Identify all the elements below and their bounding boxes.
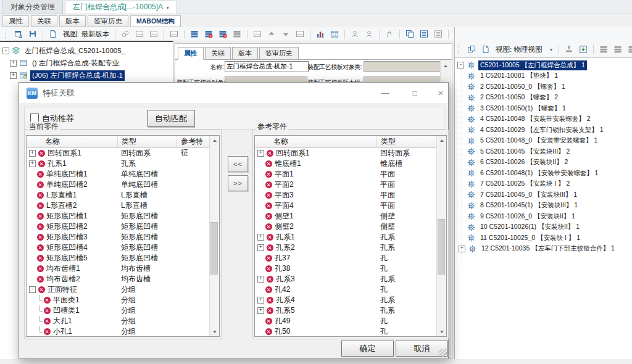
layers-icon[interactable] xyxy=(599,45,608,54)
feature-row[interactable]: 侧壁2侧壁 xyxy=(255,221,437,232)
feature-row[interactable]: L形直槽1L形直槽 xyxy=(27,190,210,201)
feature-row[interactable]: -正面特征分组 xyxy=(27,284,210,295)
move-left-button[interactable]: << xyxy=(228,156,248,172)
chevron-down-icon[interactable]: ▼ xyxy=(549,48,553,52)
tree-expander[interactable]: + xyxy=(29,160,36,167)
image-icon[interactable] xyxy=(149,30,158,38)
feature-row[interactable]: 均布齿槽1均布齿槽 xyxy=(27,263,210,274)
feature-row[interactable]: 矩形底凹槽5矩形底凹槽 xyxy=(27,253,210,263)
bom-tree-item[interactable]: 2 C5201-10050_0 【螺套】 1 xyxy=(455,81,632,93)
layers-icon[interactable] xyxy=(613,45,622,54)
scroll-up-icon[interactable] xyxy=(210,136,219,145)
view-selector[interactable]: 视图: 物理视图 xyxy=(496,45,542,54)
feature-row[interactable]: 侧壁1侧壁 xyxy=(255,211,437,221)
image-icon[interactable] xyxy=(170,30,178,38)
tree-expander[interactable]: + xyxy=(257,150,264,157)
bom-tree-item[interactable]: 9 C5201-10026_0 【安装块II】 1 xyxy=(455,211,632,222)
layers-icon[interactable] xyxy=(233,30,241,38)
feature-row[interactable]: 孔49孔 xyxy=(255,316,437,326)
tree-expander[interactable]: - xyxy=(457,62,464,68)
feature-row[interactable]: +孔系1孔系 xyxy=(255,232,437,242)
new-page-icon[interactable] xyxy=(481,45,490,54)
ribbon-tab[interactable]: 关联 xyxy=(31,15,57,27)
bom-tree-item[interactable]: 5 C5201-10048_0 【安装带安装螺套】 1 xyxy=(455,136,632,147)
object-tree-item[interactable]: -左门框焊合总成_C5201-10005_ xyxy=(0,44,173,57)
feature-row[interactable]: 平面类1分组 xyxy=(27,295,210,305)
ribbon-tab[interactable]: 版本 xyxy=(59,15,86,27)
user-search-icon[interactable] xyxy=(365,30,373,38)
bom-tree-item[interactable]: 7 C5201-10025 【安装块 I 】 2 xyxy=(455,179,632,190)
bom-tree-item[interactable]: 8 C5201-10045(1) 【安装块III】 1 xyxy=(455,201,632,212)
object-tree-item[interactable]: +(J06) 左门框焊合总成-机加-1 xyxy=(0,69,173,81)
swap-view-icon[interactable] xyxy=(467,45,476,54)
tree-expander[interactable]: + xyxy=(257,234,264,241)
current-part-scrollbar[interactable] xyxy=(209,136,219,336)
ribbon-tab[interactable]: MABOM结构 xyxy=(130,15,181,27)
maximize-button[interactable]: □ xyxy=(405,85,424,101)
layers-icon[interactable] xyxy=(628,45,632,54)
tree-expander[interactable]: + xyxy=(459,246,465,252)
close-button[interactable]: × xyxy=(431,85,450,101)
column-header[interactable]: 名称 xyxy=(255,136,377,147)
feature-row[interactable]: 单纯底凹槽1单纯底凹槽 xyxy=(27,169,210,180)
column-header[interactable]: 类型 xyxy=(118,136,177,147)
feature-row[interactable]: 平面1平面 xyxy=(255,169,437,180)
feature-row[interactable]: 矩形底凹槽4矩形底凹槽 xyxy=(27,242,210,253)
feature-row[interactable]: 单纯底凹槽2单纯底凹槽 xyxy=(27,180,210,190)
view-selector[interactable]: 视图: 最新版本 xyxy=(63,30,109,39)
import-icon[interactable] xyxy=(579,45,588,54)
bom-tree-item[interactable]: 2 C5201-10050 【螺套】 2 xyxy=(455,93,632,104)
tab-menu-marker-icon[interactable]: ▾ xyxy=(167,6,169,10)
reference-part-scrollbar[interactable] xyxy=(436,136,446,336)
minimize-button[interactable]: — xyxy=(376,85,394,101)
dialog-title-bar[interactable]: KM 特征关联 — □ × xyxy=(19,83,448,103)
table-edit-icon[interactable] xyxy=(330,30,339,38)
bom-tree-item[interactable]: 4 C5201-10048 【安装带安装螺套】 2 xyxy=(455,114,632,125)
feature-row[interactable]: L形直槽2L形直槽 xyxy=(27,201,210,211)
bom-tree-item[interactable]: 6 C5201-10048(1) 【安装带安装螺套】 1 xyxy=(455,168,632,179)
bom-tree-item[interactable]: 4 C5201-10029 【左车门锁扣安装支架】 1 xyxy=(455,125,632,136)
ok-button[interactable]: 确定 xyxy=(341,341,394,357)
feature-row[interactable]: 孔37孔 xyxy=(255,253,437,263)
ribbon-tab[interactable]: 签审历史 xyxy=(88,15,128,27)
chart-icon[interactable] xyxy=(316,30,325,38)
bom-tree-item[interactable]: 1 C5201-10081 【垫块】 1 xyxy=(455,71,632,82)
layers-icon[interactable] xyxy=(190,30,199,38)
layers-remove-icon[interactable] xyxy=(218,30,227,38)
feature-row[interactable]: 矩形底凹槽3矩形底凹槽 xyxy=(27,232,210,242)
image-icon[interactable] xyxy=(135,30,144,38)
feature-row[interactable]: +孔系4孔系 xyxy=(255,295,437,305)
feature-row[interactable]: 矩形底凹槽1矩形底凹槽 xyxy=(27,211,210,221)
column-header[interactable]: 参考特征 xyxy=(177,136,209,147)
feature-row[interactable]: +孔系1孔系 xyxy=(27,159,210,169)
save-icon[interactable] xyxy=(28,30,37,38)
bom-tree-item[interactable]: 11 C5201-10025_0 【安装块 I 】 1 xyxy=(455,233,632,244)
bom-tree-item[interactable]: 3 C5201-10050(1) 【螺套】 1 xyxy=(455,103,632,114)
bom-tree-item[interactable]: -C5201-10005 【左门框焊合总成】 1 xyxy=(455,60,632,71)
move-up-icon[interactable] xyxy=(267,30,276,38)
feature-row[interactable]: 平面4平面 xyxy=(255,201,437,211)
feature-row[interactable]: 均布齿槽2均布齿槽 xyxy=(27,274,210,284)
feature-row[interactable]: 小孔1分组 xyxy=(27,326,210,336)
list-icon[interactable] xyxy=(420,30,428,38)
tree-expander[interactable]: + xyxy=(29,150,36,157)
detail-tab[interactable]: 版本 xyxy=(232,47,258,60)
tree-expander[interactable]: + xyxy=(10,72,17,79)
feature-row[interactable]: +回转面系1回转面系 xyxy=(255,148,437,159)
feature-row[interactable]: +孔系2孔系 xyxy=(255,242,437,253)
user-icon[interactable] xyxy=(351,30,359,38)
stamp-icon[interactable] xyxy=(565,45,573,54)
feature-row[interactable]: 凹槽类1分组 xyxy=(27,305,210,316)
new-page-icon[interactable] xyxy=(49,30,57,38)
bom-tree-item[interactable]: +12 C5201-10035 【左车门下部主铰链合件】 1 xyxy=(455,244,632,255)
auto-recommend-checkbox[interactable] xyxy=(30,114,39,122)
feature-row[interactable]: 锥底槽1锥底槽 xyxy=(255,159,437,169)
list-icon[interactable] xyxy=(434,30,443,38)
bom-tree-item[interactable]: 5 C5201-10045 【安装块III】 2 xyxy=(455,146,632,157)
scroll-thumb[interactable] xyxy=(438,219,445,275)
feature-row[interactable]: 平面3平面 xyxy=(255,190,437,201)
copy-icon[interactable] xyxy=(405,30,414,38)
feature-row[interactable]: +孔系5孔系 xyxy=(255,305,437,316)
tree-expander[interactable]: + xyxy=(257,297,264,304)
move-down-icon[interactable] xyxy=(281,30,290,38)
